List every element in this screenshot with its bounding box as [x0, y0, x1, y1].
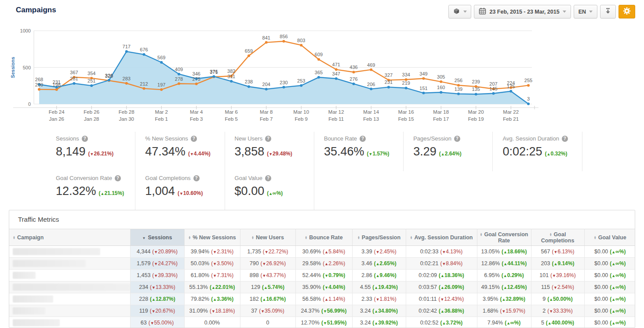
cell-value: 4.55 — [360, 284, 371, 290]
table-row: 4,344(▼20.89%)39.94%(▼2.31%)1,735(▼22.72… — [9, 246, 635, 258]
current-period-point[interactable] — [457, 93, 460, 95]
previous-period-point[interactable] — [160, 88, 163, 91]
current-period-point[interactable] — [230, 80, 233, 83]
previous-period-point[interactable] — [370, 68, 372, 71]
cell-value: 3.39 — [361, 249, 372, 255]
sessions-chart-canvas[interactable]: 05001000SessionsFeb 24Jan 26Feb 26Jan 28… — [0, 24, 549, 127]
help-icon[interactable]: ? — [193, 175, 200, 181]
metric-cell: 52.44%(▼0.79%) — [295, 270, 352, 281]
help-icon[interactable]: ? — [191, 136, 197, 142]
campaign-cell[interactable] — [9, 305, 130, 317]
current-value-label: 230 — [280, 80, 287, 85]
current-period-point[interactable] — [160, 61, 163, 64]
cell-change: (▼51.95%) — [321, 320, 347, 326]
column-header-bounce-rate[interactable]: ▲▼Bounce Rate — [295, 229, 352, 246]
current-period-point[interactable] — [422, 92, 425, 94]
current-period-point[interactable] — [475, 93, 477, 95]
help-icon[interactable]: ? — [454, 136, 460, 142]
column-header--new-sessions[interactable]: ▲▼% New Sessions — [184, 229, 240, 246]
current-period-point[interactable] — [283, 86, 285, 89]
help-icon[interactable]: ? — [562, 136, 568, 142]
x-label-previous: Jan 28 — [84, 116, 99, 122]
campaign-cell[interactable] — [9, 281, 130, 293]
current-period-point[interactable] — [143, 53, 146, 56]
metric-label: Sessions — [56, 135, 79, 142]
current-period-point[interactable] — [509, 90, 512, 93]
column-header-goal-completions[interactable]: ▲▼Goal Completions — [531, 229, 584, 246]
current-period-point[interactable] — [335, 77, 338, 80]
cell-value: 790 — [250, 260, 259, 267]
current-period-point[interactable] — [405, 87, 408, 89]
column-header-campaign[interactable]: ▲▼Campaign — [9, 229, 130, 246]
column-header-new-users[interactable]: ▲▼New Users — [240, 229, 295, 246]
column-header-pages-session[interactable]: ▲▼Pages/Session — [352, 229, 406, 246]
current-period-point[interactable] — [300, 84, 302, 87]
help-icon[interactable]: ? — [265, 175, 271, 181]
column-header-goal-value[interactable]: ▲▼Goal Value — [584, 229, 635, 246]
date-range-picker[interactable]: 23 Feb, 2015 - 23 Mar, 2015 — [474, 5, 571, 18]
current-period-point[interactable] — [353, 83, 355, 85]
previous-period-point[interactable] — [247, 54, 250, 57]
previous-period-point[interactable] — [527, 84, 530, 87]
current-period-point[interactable] — [247, 85, 250, 88]
help-icon[interactable]: ? — [265, 136, 271, 142]
previous-period-point[interactable] — [283, 40, 285, 43]
current-period-point[interactable] — [527, 102, 530, 105]
help-icon[interactable]: ? — [360, 136, 366, 142]
previous-period-point[interactable] — [38, 88, 40, 91]
help-icon[interactable]: ? — [82, 136, 88, 142]
current-period-point[interactable] — [370, 88, 372, 90]
column-header-avg-session-duration[interactable]: ▲▼Avg. Session Duration — [406, 229, 477, 246]
cell-value: 3.46 — [361, 260, 372, 267]
current-value-label: 717 — [123, 44, 131, 49]
previous-period-point[interactable] — [300, 44, 302, 47]
current-period-point[interactable] — [265, 88, 268, 90]
current-period-point[interactable] — [317, 76, 320, 79]
column-header-label: Goal Value — [598, 234, 626, 241]
current-period-point[interactable] — [492, 92, 495, 95]
previous-period-point[interactable] — [55, 88, 58, 91]
current-period-point[interactable] — [90, 84, 93, 87]
cell-change: (▲39.92%) — [372, 320, 398, 326]
current-period-point[interactable] — [440, 91, 442, 94]
cell-value: 119 — [139, 308, 148, 314]
campaign-cell[interactable] — [9, 293, 130, 305]
previous-period-point[interactable] — [422, 77, 425, 80]
language-dropdown-button[interactable]: EN — [574, 5, 597, 18]
current-period-point[interactable] — [387, 86, 390, 88]
previous-period-point[interactable] — [335, 68, 338, 71]
previous-period-point[interactable] — [265, 41, 268, 44]
cell-value: 228 — [139, 296, 148, 302]
metric-card-bounce-rate: Bounce Rate?35.46%(▼1.57%) — [314, 132, 404, 171]
campaign-cell[interactable] — [9, 317, 130, 328]
settings-button[interactable] — [619, 5, 635, 18]
previous-period-point[interactable] — [178, 83, 180, 85]
current-period-point[interactable] — [178, 73, 180, 76]
download-button[interactable] — [600, 5, 616, 18]
sessions-chart[interactable]: 05001000SessionsFeb 24Jan 26Feb 26Jan 28… — [0, 24, 549, 127]
metric-cell: 3.24(▲34.80%) — [352, 305, 406, 317]
metric-cell: 2.33(▼1.81%) — [352, 293, 406, 305]
previous-period-point[interactable] — [195, 83, 198, 85]
current-period-point[interactable] — [108, 79, 110, 82]
metric-value: 3,858 — [235, 145, 265, 159]
metric-cell: 35.90%(▼4.04%) — [295, 281, 352, 293]
top-bar: Campaigns 23 Feb, 2015 - 23 Mar, 2015 EN — [0, 0, 644, 23]
column-header-goal-conversion-rate[interactable]: ▲▼Goal Conversion Rate — [477, 229, 531, 246]
previous-period-point[interactable] — [353, 71, 355, 73]
cell-change: (▲∞%) — [610, 284, 626, 290]
cell-change: (▼6.13%) — [552, 249, 574, 255]
previous-period-point[interactable] — [440, 80, 442, 83]
campaign-cell[interactable] — [9, 246, 130, 258]
column-header-sessions[interactable]: ▼Sessions — [130, 229, 184, 246]
help-icon[interactable]: ? — [115, 175, 121, 181]
widgets-dropdown-button[interactable] — [448, 5, 471, 18]
current-period-point[interactable] — [213, 75, 215, 78]
campaign-cell[interactable] — [9, 270, 130, 281]
current-period-point[interactable] — [73, 82, 76, 85]
previous-period-point[interactable] — [125, 82, 128, 85]
previous-period-point[interactable] — [143, 87, 146, 90]
previous-period-point[interactable] — [317, 58, 320, 61]
campaign-cell[interactable] — [9, 258, 130, 270]
current-period-point[interactable] — [125, 50, 128, 53]
